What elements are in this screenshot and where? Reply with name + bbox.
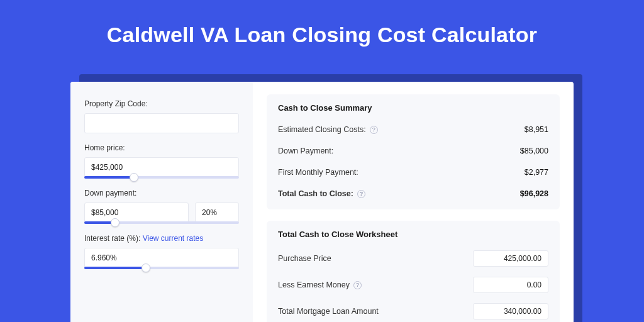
zip-input[interactable] <box>84 113 239 133</box>
summary-row-label: Down Payment: <box>278 147 333 155</box>
help-icon[interactable]: ? <box>353 281 362 289</box>
field-interest-rate: Interest rate (%): View current rates <box>84 234 239 269</box>
summary-row-value: $8,951 <box>525 125 548 134</box>
view-rates-link[interactable]: View current rates <box>143 234 204 243</box>
summary-row-label: Estimated Closing Costs: <box>278 125 366 134</box>
worksheet-row-input[interactable] <box>473 277 548 293</box>
slider-fill <box>84 267 146 269</box>
field-home-price: Home price: <box>84 143 239 179</box>
inputs-sidebar: Property Zip Code: Home price: Down paym… <box>70 82 253 322</box>
field-down-payment: Down payment: <box>84 189 239 224</box>
summary-total-value: $96,928 <box>520 189 548 198</box>
home-price-label: Home price: <box>84 143 239 152</box>
down-payment-label: Down payment: <box>84 189 239 197</box>
worksheet-row-label: Total Mortgage Loan Amount <box>278 307 379 316</box>
zip-label: Property Zip Code: <box>84 99 239 108</box>
worksheet-row-input[interactable] <box>473 250 548 267</box>
interest-rate-input[interactable] <box>84 248 239 268</box>
help-icon[interactable]: ? <box>370 126 378 134</box>
summary-row: Estimated Closing Costs: ? $8,951 <box>278 119 548 140</box>
help-icon[interactable]: ? <box>357 190 365 198</box>
slider-fill <box>84 176 134 179</box>
home-price-input[interactable] <box>84 157 239 177</box>
worksheet-row-input[interactable] <box>473 303 548 319</box>
calculator-card: Property Zip Code: Home price: Down paym… <box>70 82 574 322</box>
summary-row: Down Payment: ? $85,000 <box>278 140 548 162</box>
slider-thumb[interactable] <box>142 264 150 272</box>
summary-row-value: $85,000 <box>520 147 548 155</box>
worksheet-row: Purchase Price ? <box>278 245 548 272</box>
field-zip: Property Zip Code: <box>84 99 239 133</box>
worksheet-row-label: Less Earnest Money <box>278 280 350 289</box>
interest-rate-label: Interest rate (%): View current rates <box>84 234 239 243</box>
summary-total-row: Total Cash to Close: ? $96,928 <box>278 183 548 204</box>
summary-total-label: Total Cash to Close: <box>278 189 353 198</box>
summary-title: Cash to Close Summary <box>278 103 548 113</box>
down-payment-pct-input[interactable] <box>195 203 239 223</box>
page-title: Caldwell VA Loan Closing Cost Calculator <box>0 23 644 47</box>
results-content: Cash to Close Summary Estimated Closing … <box>253 82 574 322</box>
worksheet-panel: Total Cash to Close Worksheet Purchase P… <box>267 221 560 322</box>
summary-row-label: First Monthly Payment: <box>278 168 358 177</box>
slider-thumb[interactable] <box>111 218 119 227</box>
summary-row-value: $2,977 <box>525 168 548 177</box>
interest-rate-slider[interactable] <box>84 267 239 269</box>
down-payment-input[interactable] <box>84 203 189 223</box>
summary-panel: Cash to Close Summary Estimated Closing … <box>267 94 560 209</box>
worksheet-row: Total Mortgage Loan Amount ? <box>278 298 548 322</box>
worksheet-row-label: Purchase Price <box>278 254 331 263</box>
home-price-slider[interactable] <box>84 176 239 179</box>
down-payment-slider[interactable] <box>84 221 239 224</box>
worksheet-title: Total Cash to Close Worksheet <box>278 230 548 239</box>
summary-row: First Monthly Payment: ? $2,977 <box>278 162 548 183</box>
worksheet-row: Less Earnest Money ? <box>278 272 548 298</box>
interest-rate-label-text: Interest rate (%): <box>84 234 140 243</box>
slider-thumb[interactable] <box>130 173 138 182</box>
